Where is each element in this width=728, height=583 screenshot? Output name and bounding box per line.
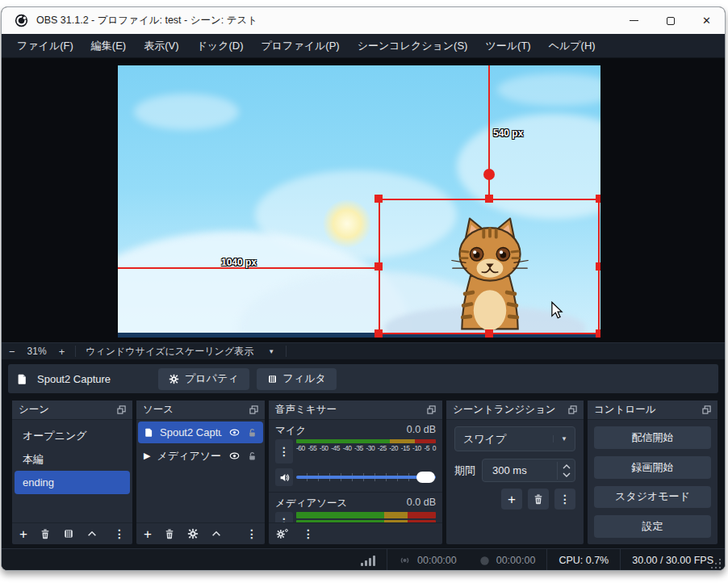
menu-scene-collection[interactable]: シーンコレクション(S) bbox=[349, 34, 477, 58]
scene-item-selected[interactable]: ending bbox=[15, 471, 130, 494]
sources-title: ソース bbox=[143, 403, 174, 417]
meter-scale: -60-55-50-45-40-35-30-25-20-15-10-50 bbox=[296, 444, 436, 452]
studio-mode-button[interactable]: スタジオモード bbox=[594, 486, 711, 509]
menu-view[interactable]: 表示(V) bbox=[135, 34, 187, 58]
handle-top-center[interactable] bbox=[485, 195, 493, 203]
selection-box[interactable] bbox=[379, 199, 600, 334]
mouse-cursor bbox=[550, 301, 563, 319]
remove-transition-button[interactable] bbox=[528, 489, 549, 510]
scene-item[interactable]: 本編 bbox=[15, 447, 130, 471]
advanced-audio-gear-icon[interactable] bbox=[276, 528, 288, 540]
width-measure-label: 1040 px bbox=[221, 257, 257, 268]
source-name: メディアソース bbox=[157, 449, 222, 463]
selected-source-name: Spout2 Capture bbox=[37, 373, 158, 385]
cloud bbox=[134, 94, 239, 130]
handle-top-left[interactable] bbox=[374, 195, 383, 203]
channel-volume-db: 0.0 dB bbox=[407, 497, 436, 510]
sources-more-button[interactable]: ⋮ bbox=[246, 527, 257, 540]
dock-panels: シーン オープニング 本編 ending + bbox=[2, 395, 725, 548]
spin-down-icon[interactable] bbox=[563, 472, 571, 477]
close-button[interactable]: ✕ bbox=[688, 7, 725, 34]
handle-bottom-left[interactable] bbox=[374, 329, 383, 338]
preview-canvas[interactable]: 540 px 1040 px bbox=[118, 65, 600, 338]
add-scene-button[interactable]: + bbox=[19, 527, 27, 541]
source-list: Spout2 Capture ▶ メディアソース bbox=[136, 420, 265, 522]
menu-bar: ファイル(F) 編集(E) 表示(V) ドック(D) プロファイル(P) シーン… bbox=[2, 34, 725, 58]
source-toolbar-wrap: Spout2 Capture プロパティ bbox=[2, 359, 725, 395]
add-transition-button[interactable]: + bbox=[501, 489, 522, 510]
volume-slider[interactable] bbox=[296, 472, 436, 483]
popout-icon[interactable] bbox=[249, 405, 258, 414]
scenes-header[interactable]: シーン bbox=[12, 401, 132, 420]
settings-button[interactable]: 設定 bbox=[594, 515, 711, 538]
lock-icon[interactable] bbox=[247, 451, 257, 461]
menu-tools[interactable]: ツール(T) bbox=[476, 34, 539, 58]
zoom-in-button[interactable]: + bbox=[52, 346, 73, 358]
start-streaming-button[interactable]: 配信開始 bbox=[594, 426, 711, 449]
duration-spinbox[interactable]: 300 ms bbox=[482, 459, 575, 482]
source-row[interactable]: ▶ メディアソース bbox=[138, 445, 263, 467]
slider-track bbox=[296, 476, 436, 479]
channel-options-button[interactable]: ⋮ bbox=[275, 439, 293, 463]
remove-source-trash-icon[interactable] bbox=[164, 528, 175, 539]
handle-mid-right[interactable] bbox=[596, 262, 600, 271]
lock-icon[interactable] bbox=[247, 427, 257, 438]
source-row-selected[interactable]: Spout2 Capture bbox=[138, 422, 263, 443]
handle-mid-left[interactable] bbox=[374, 262, 383, 271]
menu-edit[interactable]: 編集(E) bbox=[82, 34, 135, 58]
mute-button[interactable] bbox=[275, 468, 293, 486]
mixer-channel-mic: マイク 0.0 dB ⋮ -60-55-50-45-40-35-30-25-20… bbox=[269, 420, 442, 463]
menu-file[interactable]: ファイル(F) bbox=[8, 34, 82, 58]
maximize-button[interactable] bbox=[652, 7, 688, 34]
handle-bottom-right[interactable] bbox=[596, 329, 600, 338]
popout-icon[interactable] bbox=[702, 405, 711, 414]
zoom-out-button[interactable]: − bbox=[2, 346, 23, 358]
source-properties-gear-icon[interactable] bbox=[187, 528, 199, 539]
visibility-eye-icon[interactable] bbox=[228, 451, 241, 461]
handle-bottom-center[interactable] bbox=[485, 329, 493, 338]
duration-label: 期間 bbox=[454, 463, 475, 478]
menu-dock[interactable]: ドック(D) bbox=[188, 34, 253, 58]
cpu-usage: CPU: 0.7% bbox=[547, 549, 620, 571]
visibility-eye-icon[interactable] bbox=[228, 427, 241, 438]
transition-select[interactable]: スワイプ ▼ bbox=[454, 426, 575, 451]
divider bbox=[286, 346, 287, 357]
start-recording-button[interactable]: 録画開始 bbox=[594, 456, 711, 479]
menu-profile[interactable]: プロファイル(P) bbox=[252, 34, 348, 58]
scene-filters-icon[interactable] bbox=[63, 528, 74, 539]
mixer-header[interactable]: 音声ミキサー bbox=[269, 401, 442, 420]
popout-icon[interactable] bbox=[117, 405, 126, 414]
popout-icon[interactable] bbox=[427, 405, 436, 414]
scenes-more-button[interactable]: ⋮ bbox=[114, 527, 125, 540]
add-source-button[interactable]: + bbox=[144, 527, 152, 541]
stream-time-value: 00:00:00 bbox=[417, 555, 457, 566]
record-time-value: 00:00:00 bbox=[496, 555, 536, 566]
filters-button[interactable]: フィルタ bbox=[257, 368, 337, 390]
popout-icon[interactable] bbox=[568, 405, 577, 414]
measure-dot-handle[interactable] bbox=[483, 169, 495, 180]
properties-button[interactable]: プロパティ bbox=[158, 368, 249, 390]
move-source-up-icon[interactable] bbox=[211, 528, 222, 539]
move-scene-up-icon[interactable] bbox=[86, 528, 98, 539]
remove-scene-trash-icon[interactable] bbox=[40, 528, 51, 539]
channel-name: マイク bbox=[275, 424, 306, 438]
controls-body: 配信開始 録画開始 スタジオモード 設定 bbox=[588, 420, 718, 544]
minimize-button[interactable] bbox=[616, 7, 652, 34]
preview-area: 540 px 1040 px bbox=[2, 58, 725, 342]
handle-top-right[interactable] bbox=[596, 195, 600, 203]
transition-options-button[interactable]: ⋮ bbox=[554, 489, 575, 510]
meter-bar-right bbox=[296, 520, 436, 522]
transition-selected-value: スワイプ bbox=[455, 432, 553, 447]
scaling-dropdown-button[interactable]: ▼ bbox=[260, 348, 282, 355]
sources-header[interactable]: ソース bbox=[136, 401, 265, 420]
mixer-more-button[interactable]: ⋮ bbox=[303, 527, 314, 540]
menu-help[interactable]: ヘルプ(H) bbox=[540, 34, 605, 58]
mixer-body: マイク 0.0 dB ⋮ -60-55-50-45-40-35-30-25-20… bbox=[269, 420, 442, 522]
slider-thumb[interactable] bbox=[416, 472, 435, 483]
scene-item[interactable]: オープニング bbox=[15, 424, 130, 447]
channel-options-button[interactable]: ⋮ bbox=[275, 512, 293, 522]
resize-grip[interactable] bbox=[711, 559, 722, 570]
transitions-header[interactable]: シーントランジション bbox=[446, 401, 584, 420]
spin-up-icon[interactable] bbox=[563, 464, 571, 469]
controls-header[interactable]: コントロール bbox=[588, 401, 718, 420]
